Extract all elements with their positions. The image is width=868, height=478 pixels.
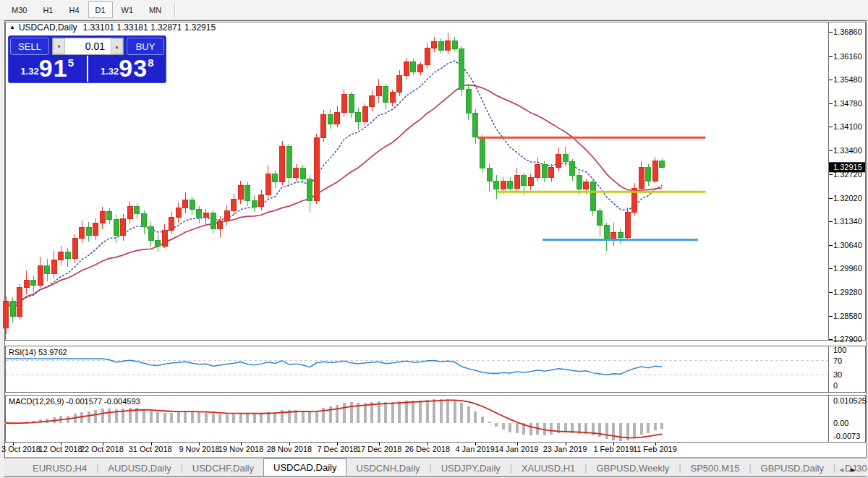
rsi-line: [6, 359, 662, 375]
macd-histogram-bar: [550, 423, 553, 435]
date-axis-label: 1 Feb 2019: [593, 445, 634, 453]
date-axis-label: 11 Feb 2019: [633, 445, 677, 453]
current-price-label: 1.32915: [833, 163, 862, 171]
candle-body: [576, 175, 582, 189]
macd-histogram-bar: [329, 406, 332, 423]
ma-slow-line: [6, 85, 662, 309]
candle-body: [259, 195, 264, 206]
candle-body: [280, 147, 285, 182]
candle-body: [252, 200, 257, 206]
macd-histogram-bar: [239, 413, 242, 423]
candle-body: [390, 93, 395, 103]
chart-tab-sp500[interactable]: SP500,M15: [681, 460, 749, 476]
chart-tab-usdcad[interactable]: USDCAD,Daily: [263, 458, 346, 476]
macd-histogram-bar: [454, 400, 456, 423]
macd-histogram-bar: [142, 409, 145, 423]
volume-input[interactable]: 0.01: [65, 38, 111, 54]
macd-histogram-bar: [308, 412, 311, 423]
candle-body: [156, 241, 161, 247]
candle-body: [556, 154, 561, 167]
macd-histogram-bar: [474, 411, 477, 423]
macd-histogram-bar: [218, 414, 221, 423]
macd-histogram-bar: [384, 402, 387, 423]
date-axis-label: 7 Dec 2018: [317, 445, 357, 453]
volume-increase-button[interactable]: ▲: [111, 38, 123, 54]
macd-histogram-bar: [150, 411, 153, 423]
candle-body: [522, 175, 527, 185]
candle-body: [86, 228, 91, 236]
one-click-trading-panel: SELL ▼ 0.01 ▲ BUY 1.32 91 5 1.32 93 8: [8, 35, 166, 83]
candle-body: [563, 154, 568, 161]
macd-histogram-bar: [260, 414, 263, 423]
candle-body: [286, 147, 292, 178]
chart-header: ▲USDCAD,Daily1.33101 1.33181 1.32871 1.3…: [9, 22, 216, 33]
tab-scroll-arrows: ◄►: [838, 466, 861, 474]
macd-histogram-bar: [246, 414, 249, 423]
buy-price-display[interactable]: 1.32 93 8: [89, 56, 166, 82]
candle-body: [59, 252, 64, 260]
collapse-triangle-icon[interactable]: ▲: [9, 24, 15, 30]
candle-body: [404, 61, 409, 75]
candle-body: [45, 265, 50, 273]
macd-histogram-bar: [315, 411, 318, 423]
buy-price-big: 93: [119, 56, 148, 80]
macd-histogram-bar: [529, 423, 532, 435]
price-axis-label: 1.27900: [833, 335, 862, 343]
rsi-indicator-label: RSI(14) 53.9762: [9, 348, 67, 357]
sell-price-display[interactable]: 1.32 91 5: [9, 56, 86, 82]
candle-body: [508, 181, 513, 188]
candle-body: [100, 212, 105, 223]
macd-histogram-bar: [509, 423, 511, 432]
tab-scroll-right-icon[interactable]: ►: [849, 466, 861, 474]
candle-body: [17, 288, 22, 317]
macd-histogram-bar: [88, 411, 90, 423]
buy-price-sup: 8: [148, 56, 153, 69]
candle-body: [356, 112, 361, 121]
candle-body: [383, 86, 388, 103]
chart-tab-gbpusd[interactable]: GBPUSD,Weekly: [587, 460, 678, 476]
price-axis-label: 1.29280: [833, 288, 862, 296]
macd-histogram-bar: [226, 414, 229, 423]
macd-histogram-bar: [80, 412, 83, 423]
date-axis-label: 3 Oct 2018: [1, 445, 41, 453]
candle-body: [218, 221, 223, 229]
candle-body: [65, 252, 70, 258]
macd-histogram-bar: [343, 403, 346, 423]
date-axis-label: 26 Dec 2018: [405, 445, 450, 453]
buy-button[interactable]: BUY: [127, 38, 164, 55]
macd-histogram-bar: [633, 423, 636, 438]
candle-body: [473, 113, 478, 137]
macd-histogram-bar: [605, 423, 608, 439]
chart-tab-usdjpy[interactable]: USDJPY,Daily: [432, 460, 510, 476]
chart-tab-xauusd[interactable]: XAUUSD,H1: [512, 460, 584, 476]
candle-body: [328, 115, 333, 124]
price-axis-label: 1.35480: [833, 75, 862, 84]
chart-tab-audusd[interactable]: AUDUSD,Daily: [98, 460, 180, 476]
macd-histogram-bar: [440, 399, 443, 423]
candle-body: [438, 42, 443, 51]
date-axis-label: 17 Dec 2018: [357, 445, 401, 453]
macd-histogram-bar: [398, 401, 401, 423]
pane-frame-1: [6, 346, 866, 393]
candle-body: [190, 200, 195, 210]
candle-body: [494, 182, 499, 189]
chart-tab-eurusd[interactable]: EURUSD,H4: [23, 460, 96, 476]
tab-scroll-left-icon[interactable]: ◄: [838, 466, 849, 474]
candle-body: [38, 265, 43, 285]
price-axis-label: 1.28580: [833, 312, 862, 320]
macd-histogram-bar: [640, 423, 643, 435]
candle-body: [535, 164, 540, 177]
macd-histogram-bar: [273, 412, 276, 423]
candle-body: [273, 174, 278, 182]
chart-tab-usdchf[interactable]: USDCHF,Daily: [183, 460, 263, 476]
sell-button[interactable]: SELL: [10, 38, 49, 55]
chart-tab-gbpusd[interactable]: GBPUSD,Daily: [752, 460, 833, 476]
volume-decrease-button[interactable]: ▼: [53, 38, 65, 54]
candle-body: [604, 226, 609, 241]
macd-histogram-bar: [647, 423, 650, 433]
chart-tab-usdcnh[interactable]: USDCNH,Daily: [346, 460, 429, 476]
candle-body: [370, 96, 375, 107]
candle-body: [4, 302, 9, 328]
date-axis-label: 28 Nov 2018: [267, 445, 312, 453]
macd-histogram-bar: [212, 414, 215, 423]
